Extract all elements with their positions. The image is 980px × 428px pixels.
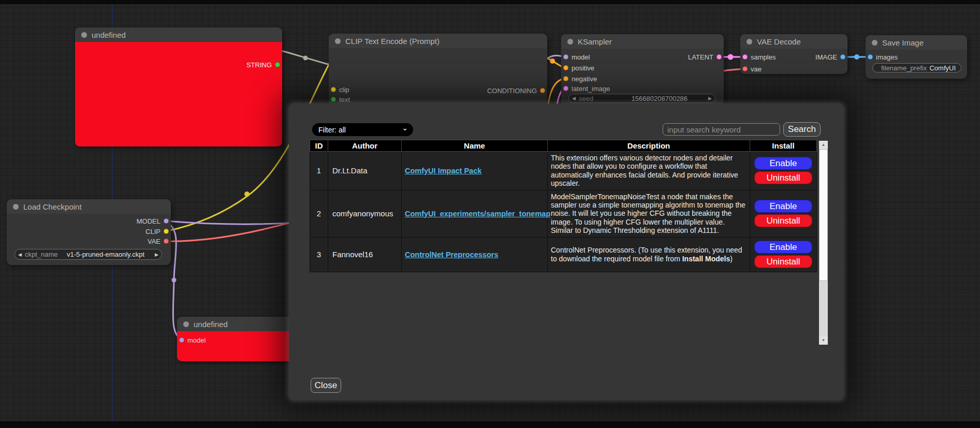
input-slot-text[interactable]: text (329, 96, 547, 103)
uninstall-button[interactable]: Uninstall (754, 255, 812, 268)
extension-link[interactable]: ComfyUI_experiments/sampler_tonemap (405, 210, 550, 218)
node-undefined-top[interactable]: undefined STRING (75, 27, 282, 146)
increment-arrow-icon[interactable]: ▶ (705, 96, 715, 101)
cell-name: ControlNet Preprocessors (402, 237, 548, 272)
increment-arrow-icon[interactable]: ▶ (152, 252, 162, 257)
wire-dot-clip[interactable] (244, 191, 250, 197)
slot-dot[interactable] (563, 76, 568, 81)
node-title: KSampler (578, 37, 612, 46)
input-slot-vae[interactable]: vae (740, 65, 847, 72)
collapse-dot-icon[interactable] (81, 32, 87, 38)
uninstall-button[interactable]: Uninstall (754, 171, 812, 184)
node-vae-decode[interactable]: VAE Decode samples vae IMAGE (740, 34, 847, 74)
extensions-table: ID Author Name Description Install 1 Dr.… (310, 140, 817, 272)
seed-widget[interactable]: ◀ seed 156680208700286 ▶ (568, 94, 715, 103)
slot-dot[interactable] (742, 66, 748, 71)
slot-dot[interactable] (563, 65, 568, 70)
collapse-dot-icon[interactable] (183, 321, 189, 327)
column-header-name: Name (402, 140, 548, 152)
wire-string (277, 50, 334, 66)
node-body: STRING (75, 42, 282, 146)
node-clip-text-encode[interactable]: CLIP Text Encode (Prompt) clip text COND… (329, 34, 547, 111)
slot-dot[interactable] (331, 97, 336, 102)
cell-id: 3 (310, 237, 328, 272)
node-title-bar[interactable]: KSampler (561, 34, 724, 49)
wire-dot-image[interactable] (854, 54, 859, 60)
extension-link[interactable]: ComfyUI Impact Pack (405, 167, 481, 175)
node-title-bar[interactable]: CLIP Text Encode (Prompt) (329, 34, 547, 48)
decrement-arrow-icon[interactable]: ◀ (569, 96, 579, 101)
cell-author: comfyanonymous (328, 190, 402, 237)
slot-dot[interactable] (868, 54, 873, 60)
canvas-top-edge (0, 0, 980, 4)
node-title-bar[interactable]: Save Image (866, 35, 967, 50)
search-input[interactable] (663, 123, 780, 136)
ckpt-name-widget[interactable]: ◀ ckpt_name v1-5-pruned-emaonly.ckpt ▶ (14, 249, 162, 260)
collapse-dot-icon[interactable] (747, 39, 752, 45)
slot-dot[interactable] (179, 337, 184, 343)
wire-dot-latent[interactable] (728, 54, 734, 60)
output-slot-image[interactable]: IMAGE (740, 53, 847, 61)
uninstall-button[interactable]: Uninstall (754, 214, 812, 227)
table-header-row: ID Author Name Description Install (310, 140, 817, 152)
collapse-dot-icon[interactable] (335, 38, 341, 44)
extension-link[interactable]: ControlNet Preprocessors (405, 250, 499, 259)
wire-dot-string[interactable] (303, 56, 308, 61)
scroll-up-icon[interactable]: ▲ (819, 141, 828, 149)
scrollbar-thumb[interactable] (819, 149, 828, 281)
output-slot-latent[interactable]: LATENT (561, 53, 724, 61)
cell-install: Enable Uninstall (750, 152, 817, 190)
node-title: Save Image (882, 38, 924, 47)
node-title: undefined (194, 320, 228, 329)
enable-button[interactable]: Enable (754, 241, 812, 254)
column-header-author: Author (328, 140, 402, 152)
cell-install: Enable Uninstall (750, 237, 817, 272)
slot-dot[interactable] (275, 62, 280, 67)
node-title-bar[interactable]: undefined (75, 27, 282, 42)
slot-dot[interactable] (540, 88, 545, 93)
input-slot-positive[interactable]: positive (561, 64, 724, 71)
slot-dot[interactable] (840, 54, 845, 60)
slot-dot[interactable] (563, 86, 568, 91)
enable-button[interactable]: Enable (754, 200, 812, 213)
cell-description: This extension offers various detector n… (548, 152, 750, 190)
decrement-arrow-icon[interactable]: ◀ (15, 252, 25, 257)
input-slot-negative[interactable]: negative (561, 75, 724, 82)
wire-dot-model[interactable] (172, 278, 177, 283)
table-row: 1 Dr.Lt.Data ComfyUI Impact Pack This ex… (310, 152, 817, 190)
column-header-description: Description (548, 140, 750, 152)
wire-dot-conditioning[interactable] (550, 58, 555, 64)
slot-dot[interactable] (164, 239, 169, 244)
filename-prefix-widget[interactable]: filename_prefix ComfyUI (872, 63, 961, 72)
node-load-checkpoint[interactable]: Load Checkpoint MODEL CLIP VAE ◀ ckpt_na… (7, 199, 171, 265)
output-slot-conditioning[interactable]: CONDITIONING (329, 87, 547, 94)
output-slot-string[interactable]: STRING (75, 61, 282, 68)
collapse-dot-icon[interactable] (567, 39, 573, 45)
output-slot-clip[interactable]: CLIP (7, 228, 171, 235)
input-slot-latent-image[interactable]: latent_image (561, 85, 724, 92)
table-row: 3 Fannovel16 ControlNet Preprocessors Co… (310, 237, 817, 272)
node-title-bar[interactable]: VAE Decode (740, 34, 847, 49)
collapse-dot-icon[interactable] (872, 40, 877, 46)
node-title-bar[interactable]: Load Checkpoint (7, 199, 171, 214)
output-slot-vae[interactable]: VAE (7, 238, 171, 245)
collapse-dot-icon[interactable] (13, 204, 19, 210)
slot-dot[interactable] (164, 229, 169, 234)
cell-description: ModelSamplerTonemapNoiseTest a node that… (548, 190, 750, 237)
slot-dot[interactable] (716, 54, 722, 60)
close-button[interactable]: Close (311, 378, 341, 393)
slot-dot[interactable] (164, 218, 169, 224)
input-slot-images[interactable]: images (866, 53, 967, 61)
cell-author: Fannovel16 (328, 237, 402, 272)
scroll-down-icon[interactable]: ▼ (819, 336, 828, 345)
enable-button[interactable]: Enable (754, 157, 812, 170)
node-ksampler[interactable]: KSampler model positive negative latent_… (561, 34, 724, 106)
node-save-image[interactable]: Save Image images filename_prefix ComfyU… (866, 35, 967, 79)
search-button[interactable]: Search (783, 122, 821, 137)
node-title: CLIP Text Encode (Prompt) (345, 37, 440, 46)
table-scrollbar[interactable]: ▲ ▼ (819, 141, 828, 345)
output-slot-model[interactable]: MODEL (7, 217, 171, 225)
cell-name: ComfyUI_experiments/sampler_tonemap (402, 190, 548, 237)
filter-select[interactable]: Filter: all (312, 123, 413, 136)
extensions-table-body: 1 Dr.Lt.Data ComfyUI Impact Pack This ex… (310, 152, 817, 272)
